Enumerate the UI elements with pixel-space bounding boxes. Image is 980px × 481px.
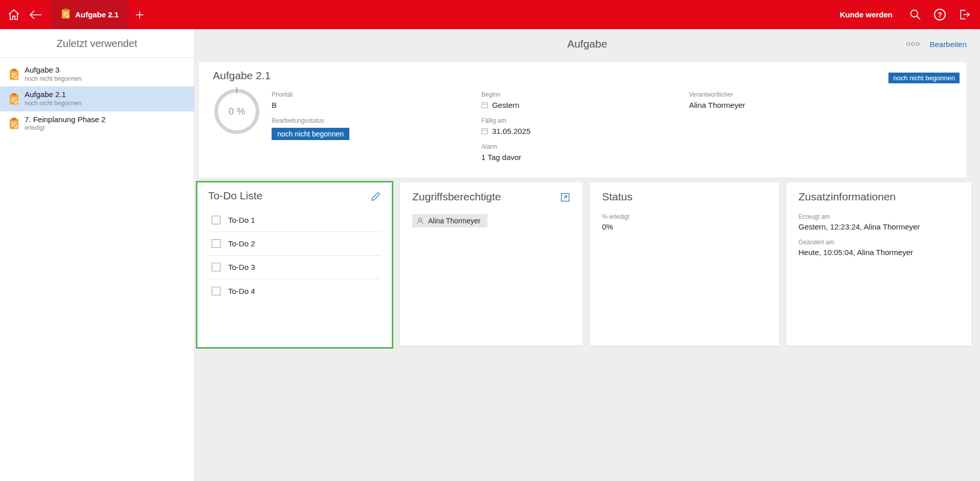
tab-label: Aufgabe 2.1: [75, 10, 119, 19]
edit-pencil-icon[interactable]: [370, 190, 381, 202]
recent-items-list: Aufgabe 3 noch nicht begonnen Aufgabe 2.…: [0, 58, 194, 136]
priority-column: Priorität B Bearbeitungsstatus noch nich…: [272, 91, 349, 140]
calendar-icon: [481, 128, 488, 134]
todo-label: To-Do 4: [228, 287, 255, 295]
sidebar-item-subtitle: noch nicht begonnen: [25, 75, 81, 83]
modified-label: Geändert am: [798, 239, 959, 246]
status-badge-top: noch nicht begonnen: [888, 73, 960, 83]
verantwortlicher-label: Verantwortlicher: [689, 91, 745, 98]
logout-icon[interactable]: [958, 0, 971, 29]
todo-checkbox[interactable]: [212, 263, 220, 271]
main-header: Aufgabe Bearbeiten: [194, 29, 980, 59]
modified-value: Heute, 10:05:04, Alina Thormeyer: [798, 248, 959, 257]
beginn-label: Beginn: [481, 91, 530, 98]
task-icon: [9, 93, 19, 105]
sidebar-item-subtitle: erledigt: [25, 124, 105, 132]
topbar-right: Kunde werden ?: [840, 0, 980, 29]
task-summary-card: Aufgabe 2.1 0 % Priorität B Bearbeitungs…: [199, 62, 967, 178]
sidebar-item-title: Aufgabe 3: [25, 65, 81, 75]
new-tab-icon[interactable]: [129, 0, 150, 29]
todo-checkbox[interactable]: [212, 216, 220, 224]
sidebar-item-title: 7. Feinplanung Phase 2: [25, 115, 105, 125]
progress-value: 0 %: [229, 106, 246, 117]
todo-row: To-Do 1: [208, 209, 381, 232]
task-icon: [9, 68, 19, 80]
prioritaet-label: Priorität: [272, 91, 349, 98]
home-icon[interactable]: [3, 0, 25, 29]
todo-row: To-Do 2: [208, 232, 381, 256]
calendar-icon: [481, 102, 488, 108]
status-card-title: Status: [602, 191, 633, 203]
todo-row: To-Do 3: [208, 256, 381, 279]
todo-card: To-Do Liste To-Do 1 To-Do 2 To-Do 3 To-D…: [196, 181, 393, 349]
kunde-werden-link[interactable]: Kunde werden: [840, 10, 893, 19]
created-label: Erzeugt am: [798, 213, 959, 220]
erledigt-label: % erledigt: [602, 213, 767, 220]
task-icon: [9, 118, 19, 129]
beginn-value: Gestern: [492, 101, 519, 109]
more-options-icon[interactable]: [906, 41, 920, 47]
alarm-value: 1 Tag davor: [481, 153, 530, 162]
faellig-label: Fällig am: [481, 117, 530, 124]
todo-label: To-Do 2: [228, 239, 255, 248]
sidebar-title: Zuletzt verwendet: [0, 29, 194, 57]
todo-list: To-Do 1 To-Do 2 To-Do 3 To-Do 4: [208, 209, 381, 303]
task-icon: [61, 8, 70, 21]
access-card: Zugriffsberechtigte Alina Thormeyer: [400, 182, 583, 346]
task-title: Aufgabe 2.1: [213, 70, 271, 82]
page-title: Aufgabe: [194, 29, 980, 59]
sidebar-item-aufgabe-3[interactable]: Aufgabe 3 noch nicht begonnen: [0, 62, 194, 86]
topbar: Aufgabe 2.1 Kunde werden ?: [0, 0, 980, 29]
bearbeitungsstatus-label: Bearbeitungsstatus: [272, 117, 349, 124]
sidebar-item-subtitle: noch nicht begonnen: [25, 100, 81, 108]
back-icon[interactable]: [25, 0, 46, 29]
todo-checkbox[interactable]: [212, 287, 220, 295]
sidebar-item-feinplanung[interactable]: 7. Feinplanung Phase 2 erledigt: [0, 111, 194, 136]
info-card: Zusatzinformationen Erzeugt am Gestern, …: [786, 182, 971, 346]
help-icon[interactable]: ?: [934, 9, 946, 20]
member-chip[interactable]: Alina Thormeyer: [412, 214, 487, 227]
sidebar: Zuletzt verwendet Aufgabe 3 noch nicht b…: [0, 29, 194, 481]
member-name: Alina Thormeyer: [428, 217, 480, 225]
responsible-column: Verantwortlicher Alina Thormeyer: [689, 91, 745, 109]
dates-column: Beginn Gestern Fällig am 31.05.2025 Alar…: [481, 91, 530, 162]
todo-card-title: To-Do Liste: [208, 190, 262, 202]
todo-label: To-Do 3: [228, 263, 255, 271]
tab-aufgabe[interactable]: Aufgabe 2.1: [51, 0, 129, 29]
access-card-title: Zugriffsberechtigte: [412, 191, 501, 203]
erledigt-value: 0%: [602, 222, 767, 231]
search-icon[interactable]: [909, 0, 922, 29]
created-value: Gestern, 12:23:24, Alina Thormeyer: [798, 222, 959, 231]
progress-ring: 0 %: [214, 89, 259, 134]
open-window-icon[interactable]: [560, 191, 570, 202]
verantwortlicher-value: Alina Thormeyer: [689, 101, 745, 109]
status-badge: noch nicht begonnen: [272, 128, 349, 140]
alarm-label: Alarm: [481, 143, 530, 150]
sidebar-item-aufgabe-2-1[interactable]: Aufgabe 2.1 noch nicht begonnen: [0, 86, 194, 111]
todo-checkbox[interactable]: [212, 239, 220, 248]
edit-link[interactable]: Bearbeiten: [929, 40, 967, 49]
todo-label: To-Do 1: [228, 216, 255, 224]
status-card: Status % erledigt 0%: [590, 182, 779, 346]
info-card-title: Zusatzinformationen: [798, 191, 896, 203]
faellig-value: 31.05.2025: [492, 127, 530, 135]
person-icon: [416, 217, 424, 225]
prioritaet-value: B: [272, 101, 349, 109]
todo-row: To-Do 4: [208, 279, 381, 303]
sidebar-item-title: Aufgabe 2.1: [25, 90, 81, 100]
